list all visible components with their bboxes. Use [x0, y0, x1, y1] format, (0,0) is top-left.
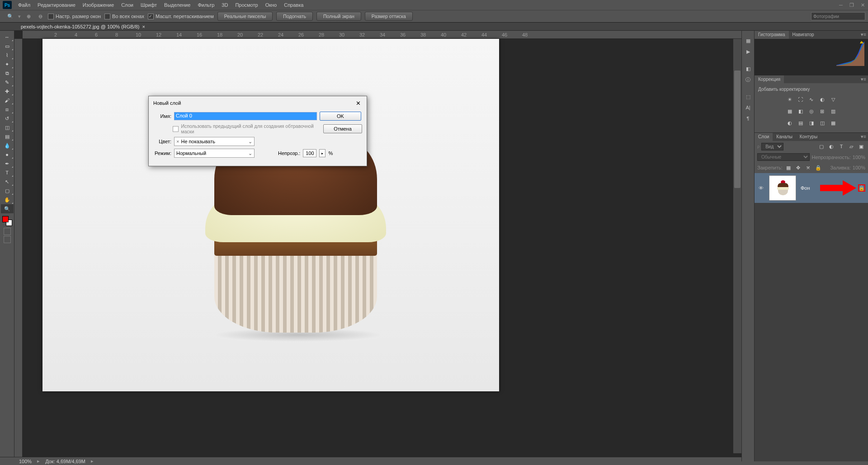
- tab-histogram[interactable]: Гистограмма: [755, 31, 789, 39]
- layer-row-background[interactable]: 👁 Фон 🔒: [755, 173, 868, 203]
- menu-image[interactable]: Изображение: [79, 0, 118, 9]
- zoom-in-icon[interactable]: ⊕: [24, 12, 33, 20]
- tool-zoom[interactable]: 🔍: [1, 204, 14, 213]
- layer-kind-select[interactable]: Вид: [761, 143, 783, 150]
- filter-shape-icon[interactable]: ▱: [847, 142, 855, 150]
- adj-gradient-icon[interactable]: ◫: [818, 119, 826, 127]
- zoom-level[interactable]: 100%: [19, 459, 32, 464]
- menu-layers[interactable]: Слои: [118, 0, 137, 9]
- actual-pixels-button[interactable]: Реальные пикселы: [217, 12, 273, 21]
- tool-dodge[interactable]: ●: [1, 150, 14, 159]
- strip-icon-styles[interactable]: ⬚: [742, 91, 754, 102]
- tool-magic-wand[interactable]: ✦: [1, 60, 14, 69]
- opacity-spinner[interactable]: ▸: [319, 149, 326, 157]
- lock-position-icon[interactable]: ✥: [794, 164, 802, 172]
- fill-value[interactable]: 100%: [853, 165, 865, 170]
- adj-hue-icon[interactable]: ▦: [786, 107, 794, 115]
- tool-lasso[interactable]: ⌇: [1, 51, 14, 60]
- layer-visibility-toggle[interactable]: 👁: [757, 184, 764, 192]
- tab-layers[interactable]: Слои: [755, 133, 773, 141]
- adj-vibrance-icon[interactable]: ▽: [829, 95, 837, 103]
- scrubby-zoom-checkbox[interactable]: ✓: [148, 14, 154, 19]
- print-size-button[interactable]: Размер оттиска: [365, 12, 413, 21]
- panel-menu-icon[interactable]: ▾≡: [859, 133, 868, 141]
- tool-move[interactable]: ↔: [1, 33, 14, 42]
- screen-mode[interactable]: [4, 236, 11, 243]
- adj-bw-icon[interactable]: ◧: [797, 107, 805, 115]
- window-close[interactable]: ✕: [857, 0, 868, 9]
- adj-curves-icon[interactable]: ∿: [807, 95, 816, 103]
- all-windows-checkbox[interactable]: [104, 14, 110, 19]
- menu-help[interactable]: Справка: [280, 0, 307, 9]
- tool-rectangle[interactable]: ▢: [1, 186, 14, 195]
- full-screen-button[interactable]: Полный экран: [316, 12, 361, 21]
- adj-selective-icon[interactable]: ▦: [829, 119, 837, 127]
- strip-icon-adjust[interactable]: ◧: [742, 63, 754, 74]
- layer-thumbnail[interactable]: [769, 175, 796, 201]
- ok-button[interactable]: OK: [320, 112, 361, 121]
- tool-rect-marquee[interactable]: ▭: [1, 42, 14, 51]
- tool-hand[interactable]: ✋: [1, 195, 14, 204]
- tool-stamp[interactable]: ⧇: [1, 105, 14, 114]
- strip-icon-char[interactable]: A|: [742, 102, 754, 113]
- tab-adjustments[interactable]: Коррекция: [755, 75, 784, 83]
- lock-pixels-icon[interactable]: ▦: [784, 164, 793, 172]
- menu-view[interactable]: Просмотр: [231, 0, 261, 9]
- tool-history-brush[interactable]: ↺: [1, 114, 14, 123]
- layer-name-label[interactable]: Фон: [801, 185, 810, 191]
- mode-select[interactable]: Нормальный⌄: [174, 149, 255, 158]
- tab-navigator[interactable]: Навигатор: [789, 31, 818, 39]
- menu-filter[interactable]: Фильтр: [194, 0, 218, 9]
- tool-type[interactable]: T: [1, 168, 14, 177]
- adj-lookup-icon[interactable]: ▥: [829, 107, 837, 115]
- color-select[interactable]: ×Не показывать⌄: [174, 137, 255, 146]
- resize-windows-checkbox[interactable]: [48, 14, 54, 19]
- adj-levels-icon[interactable]: ⛶: [797, 95, 805, 103]
- adj-exposure-icon[interactable]: ◐: [818, 95, 826, 103]
- strip-play-icon[interactable]: ▶: [742, 46, 754, 57]
- menu-edit[interactable]: Редактирование: [34, 0, 79, 9]
- lock-nest-icon[interactable]: ⤧: [804, 164, 812, 172]
- tool-brush[interactable]: 🖌: [1, 96, 14, 105]
- tool-pen[interactable]: ✒: [1, 159, 14, 168]
- menu-3d[interactable]: 3D: [218, 0, 231, 9]
- document-close-icon[interactable]: ×: [142, 24, 145, 29]
- adj-posterize-icon[interactable]: ▤: [797, 119, 805, 127]
- opacity-value[interactable]: 100%: [853, 155, 865, 160]
- adj-threshold-icon[interactable]: ◨: [807, 119, 816, 127]
- cancel-button[interactable]: Отмена: [323, 124, 362, 133]
- window-minimize[interactable]: ─: [835, 0, 846, 9]
- menu-type[interactable]: Шрифт: [137, 0, 160, 9]
- menu-window[interactable]: Окно: [262, 0, 281, 9]
- canvas-scrollbar-vertical[interactable]: [733, 39, 741, 453]
- strip-icon-info[interactable]: ⓘ: [742, 74, 754, 85]
- adj-photo-filter-icon[interactable]: ◎: [807, 107, 816, 115]
- filter-smart-icon[interactable]: ▣: [857, 142, 865, 150]
- document-canvas[interactable]: [42, 39, 499, 391]
- layer-lock-icon[interactable]: 🔒: [858, 184, 865, 192]
- adj-brightness-icon[interactable]: ☀: [786, 95, 794, 103]
- color-swatches[interactable]: [2, 216, 12, 226]
- window-restore[interactable]: ❐: [846, 0, 857, 9]
- filter-adjust-icon[interactable]: ◐: [827, 142, 835, 150]
- canvas-area[interactable]: 2468101214161820222426283032343638404244…: [14, 31, 741, 461]
- opacity-input[interactable]: 100: [303, 149, 316, 157]
- tool-gradient[interactable]: ▤: [1, 132, 14, 141]
- dialog-close-button[interactable]: ✕: [354, 99, 362, 107]
- quick-mask[interactable]: [4, 228, 11, 235]
- zoom-out-icon[interactable]: ⊖: [36, 12, 44, 20]
- strip-icon-hist[interactable]: ▦: [742, 35, 754, 46]
- fit-screen-button[interactable]: Подогнать: [276, 12, 313, 21]
- layer-name-input[interactable]: Слой 0: [174, 112, 317, 120]
- panel-menu-icon[interactable]: ▾≡: [859, 31, 868, 39]
- panel-menu-icon[interactable]: ▾≡: [859, 75, 868, 83]
- document-tab[interactable]: pexels-vojtech-okenka-1055272.jpg @ 100%…: [17, 23, 149, 30]
- adj-invert-icon[interactable]: ◐: [786, 119, 794, 127]
- filter-pixel-icon[interactable]: ▢: [817, 142, 826, 150]
- blend-mode-select[interactable]: Обычные: [757, 153, 810, 161]
- menu-file[interactable]: Файл: [14, 0, 34, 9]
- tool-blur[interactable]: 💧: [1, 141, 14, 150]
- menu-select[interactable]: Выделение: [160, 0, 194, 9]
- search-field[interactable]: Фотографии: [811, 12, 865, 20]
- tool-eyedropper[interactable]: ✎: [1, 78, 14, 87]
